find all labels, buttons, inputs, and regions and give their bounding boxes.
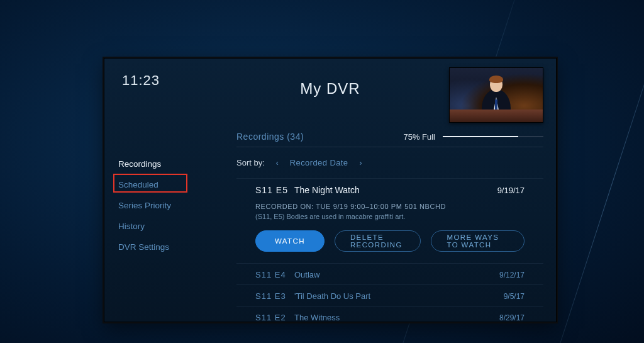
pip-person (482, 77, 511, 113)
sort-next-icon[interactable]: › (357, 159, 364, 167)
episode-date: 8/29/17 (499, 313, 525, 322)
episode-title: 'Til Death Do Us Part (294, 291, 504, 301)
header-divider (236, 147, 543, 147)
episode-code: S11 E2 (255, 313, 294, 322)
list-item[interactable]: S11 E3 'Til Death Do Us Part 9/5/17 (236, 284, 543, 306)
sort-label: Sort by: (236, 158, 265, 167)
episode-description: (S11, E5) Bodies are used in macabre gra… (255, 213, 525, 220)
pip-desk (450, 110, 543, 122)
storage-percent-label: 75% Full (403, 132, 435, 142)
storage-bar (443, 136, 543, 137)
storage-bar-fill (443, 136, 518, 137)
episode-title: The Witness (294, 313, 499, 322)
sidebar-item-recordings[interactable]: Recordings (118, 159, 219, 169)
episode-title: The Night Watch (294, 185, 497, 195)
episode-code: S11 E3 (255, 291, 294, 301)
delete-recording-button[interactable]: DELETE RECORDING (335, 230, 421, 252)
episode-actions: WATCH DELETE RECORDING MORE WAYS TO WATC… (255, 230, 525, 252)
sidebar: Recordings Scheduled Series Priority His… (118, 159, 219, 252)
sidebar-item-series-priority[interactable]: Series Priority (118, 201, 219, 210)
recorded-on-line: RECORDED ON: TUE 9/19 9:00–10:00 PM 501 … (255, 203, 525, 210)
more-ways-to-watch-button[interactable]: MORE WAYS TO WATCH (431, 230, 525, 252)
episode-title: Outlaw (294, 270, 499, 279)
sort-prev-icon[interactable]: ‹ (274, 159, 281, 167)
sidebar-item-history[interactable]: History (118, 222, 219, 231)
sidebar-item-dvr-settings[interactable]: DVR Settings (118, 242, 219, 252)
watch-button[interactable]: WATCH (255, 230, 325, 252)
storage-indicator: 75% Full (403, 132, 543, 142)
episode-date: 9/12/17 (499, 271, 525, 279)
sort-value[interactable]: Recorded Date (290, 158, 348, 167)
episode-date: 9/5/17 (504, 292, 525, 301)
tv-screen: 11:23 My DVR Recordings (34) 75% Full Re… (104, 58, 557, 322)
recordings-count-label: Recordings (34) (236, 132, 304, 142)
episode-code: S11 E4 (255, 270, 294, 279)
sidebar-item-scheduled[interactable]: Scheduled (118, 180, 219, 189)
list-item[interactable]: S11 E4 Outlaw 9/12/17 (236, 263, 543, 284)
sort-bar: Sort by: ‹ Recorded Date › (236, 158, 364, 167)
episode-code: S11 E5 (255, 185, 294, 195)
picture-in-picture[interactable] (449, 67, 543, 123)
episode-date: 9/19/17 (497, 186, 525, 195)
list-item-expanded[interactable]: S11 E5 The Night Watch 9/19/17 RECORDED … (236, 178, 543, 263)
recordings-list: S11 E5 The Night Watch 9/19/17 RECORDED … (236, 178, 543, 322)
list-item[interactable]: S11 E2 The Witness 8/29/17 (236, 306, 543, 322)
